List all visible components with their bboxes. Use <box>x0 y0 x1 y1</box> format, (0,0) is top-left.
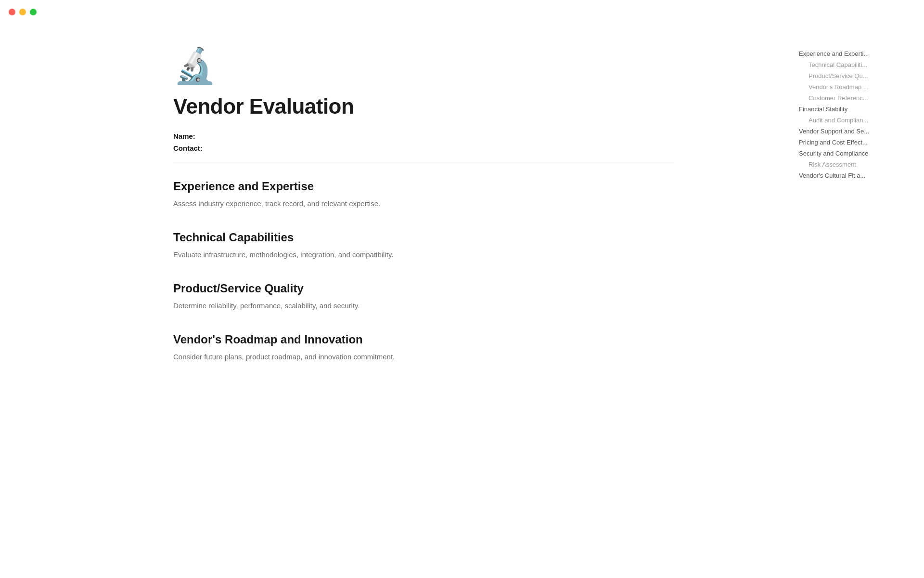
toc-item[interactable]: Risk Assessment <box>799 159 905 170</box>
table-of-contents: Experience and Experti...Technical Capab… <box>799 48 905 181</box>
toc-item[interactable]: Vendor's Cultural Fit a... <box>799 170 905 181</box>
section-title-experience: Experience and Expertise <box>173 180 674 193</box>
toc-item[interactable]: Technical Capabiliti... <box>799 59 905 70</box>
section-description-technical: Evaluate infrastructure, methodologies, … <box>173 249 462 261</box>
toc-item[interactable]: Audit and Complian... <box>799 115 905 126</box>
toc-item[interactable]: Customer Referenc... <box>799 92 905 104</box>
contact-label: Contact: <box>173 144 203 152</box>
section-technical: Technical CapabilitiesEvaluate infrastru… <box>173 231 674 261</box>
section-roadmap: Vendor's Roadmap and InnovationConsider … <box>173 333 674 363</box>
sections-container: Experience and ExpertiseAssess industry … <box>173 180 674 363</box>
toc-item[interactable]: Vendor's Roadmap ... <box>799 81 905 92</box>
toc-item[interactable]: Vendor Support and Se... <box>799 126 905 137</box>
section-title-technical: Technical Capabilities <box>173 231 674 244</box>
toc-item[interactable]: Product/Service Qu... <box>799 70 905 81</box>
section-description-quality: Determine reliability, performance, scal… <box>173 300 462 312</box>
maximize-button[interactable] <box>30 9 37 15</box>
minimize-button[interactable] <box>19 9 26 15</box>
page-title: Vendor Evaluation <box>173 94 674 118</box>
traffic-lights <box>9 9 37 15</box>
toc-item[interactable]: Financial Stability <box>799 104 905 115</box>
toc-item[interactable]: Experience and Experti... <box>799 48 905 59</box>
page-icon: 🔬 <box>173 48 674 83</box>
content-area: 🔬 Vendor Evaluation Name: Contact: Exper… <box>0 29 770 578</box>
page-container: 🔬 Vendor Evaluation Name: Contact: Exper… <box>0 0 924 578</box>
section-experience: Experience and ExpertiseAssess industry … <box>173 180 674 210</box>
divider <box>173 162 674 162</box>
name-field: Name: <box>173 132 674 140</box>
toc-item[interactable]: Pricing and Cost Effect... <box>799 137 905 148</box>
section-description-roadmap: Consider future plans, product roadmap, … <box>173 351 462 363</box>
section-description-experience: Assess industry experience, track record… <box>173 198 462 210</box>
section-title-quality: Product/Service Quality <box>173 282 674 295</box>
contact-field: Contact: <box>173 144 674 152</box>
section-quality: Product/Service QualityDetermine reliabi… <box>173 282 674 312</box>
toc-item[interactable]: Security and Compliance <box>799 148 905 159</box>
section-title-roadmap: Vendor's Roadmap and Innovation <box>173 333 674 346</box>
name-label: Name: <box>173 132 195 140</box>
close-button[interactable] <box>9 9 15 15</box>
